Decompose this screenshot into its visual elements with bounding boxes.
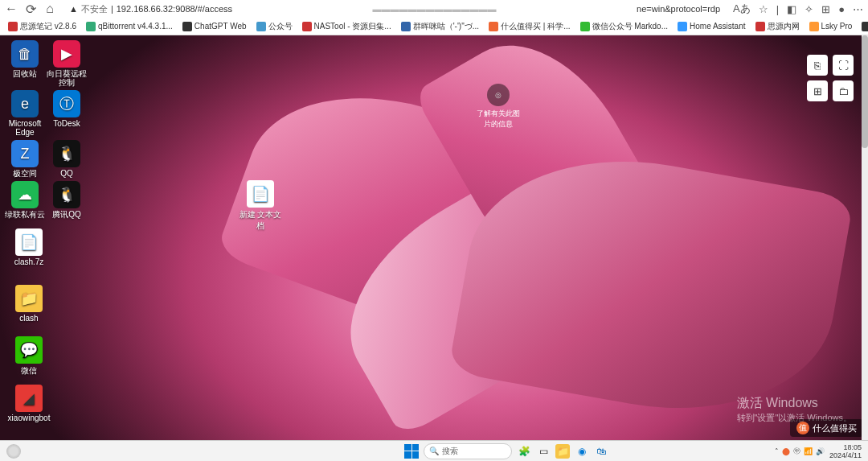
- ctrl-grid-icon[interactable]: ⊞: [807, 80, 828, 101]
- bookmark-item[interactable]: 微信公众号 Markdo...: [577, 21, 671, 32]
- start-button[interactable]: [404, 444, 419, 459]
- profile-icon[interactable]: ●: [838, 3, 845, 15]
- wallpaper-info-widget[interactable]: ◎ 了解有关此图 片的信息: [466, 84, 530, 130]
- url-suffix: ne=win&protocol=rdp: [637, 4, 720, 14]
- desktop-icon[interactable]: 🐧腾讯QQ: [47, 181, 87, 219]
- desktop-icon[interactable]: 💬微信: [5, 336, 53, 377]
- ctrl-fullscreen-icon[interactable]: ⛶: [833, 55, 854, 76]
- favicon-icon: [182, 22, 192, 31]
- bookmark-item[interactable]: 公众号: [253, 21, 296, 32]
- bookmark-item[interactable]: Home Assistant: [674, 22, 748, 31]
- desktop-icon[interactable]: 📁clash: [5, 285, 53, 323]
- file-icon: 📄: [247, 180, 274, 208]
- file-icon: ◢: [15, 385, 43, 412]
- desktop-icon[interactable]: 🐧QQ: [47, 140, 87, 178]
- favicon-icon: [580, 22, 590, 31]
- volume-icon[interactable]: 🔊: [816, 447, 825, 455]
- favicon-icon: [8, 22, 18, 31]
- favicon-icon: [302, 22, 312, 31]
- menu-icon[interactable]: ⋯: [853, 3, 863, 15]
- smzdm-icon: 值: [796, 422, 809, 434]
- favicon-icon: [809, 22, 819, 31]
- weather-widget[interactable]: [6, 444, 21, 459]
- input-icon[interactable]: ㊥: [793, 446, 800, 456]
- url-text: 192.168.66.32:9088/#/access: [117, 4, 232, 14]
- windows-taskbar: 🔍 搜索 🧩 ▭ 📁 ◉ 🛍 ˄ ⬤ ㊥ 📶 🔊 18:05 2024/4/11: [0, 440, 868, 461]
- favicon-icon: [256, 22, 266, 31]
- home-button[interactable]: ⌂: [43, 2, 56, 15]
- camera-icon: ◎: [487, 84, 510, 106]
- edge-icon[interactable]: ◉: [575, 444, 589, 459]
- app-icon: e: [11, 90, 39, 117]
- app-icon: ▶: [53, 40, 80, 68]
- lock-warn-icon: ▲: [69, 4, 78, 14]
- file-icon: 💬: [15, 336, 43, 364]
- scrollbar-thumb[interactable]: [862, 35, 868, 148]
- file-icon: 📄: [15, 228, 43, 256]
- app-icon: Ⓣ: [53, 90, 80, 117]
- bookmark-item[interactable]: 群晖咪咕（'-')"づ...: [398, 21, 482, 32]
- remote-desktop-view[interactable]: 🗑回收站▶向日葵远程控制eMicrosoft EdgeⓉToDeskZ极空间🐧Q…: [0, 35, 868, 440]
- bookmark-item[interactable]: code-server: [858, 22, 868, 31]
- bookmark-item[interactable]: NASTool - 资源归集...: [299, 21, 395, 32]
- app-icon: 🐧: [53, 181, 80, 208]
- extensions-icon[interactable]: ⊞: [821, 3, 830, 15]
- bookmark-item[interactable]: Lsky Pro: [806, 22, 856, 31]
- desktop-icon[interactable]: 📄clash.7z: [5, 228, 53, 266]
- app-icon: 🐧: [53, 140, 80, 167]
- sidebar-icon[interactable]: ◧: [787, 3, 796, 15]
- scrollbar[interactable]: [862, 35, 868, 440]
- favicon-icon: [678, 22, 687, 31]
- favorite-icon[interactable]: ☆: [759, 3, 768, 15]
- smzdm-watermark: 值 什么值得买: [790, 419, 863, 437]
- app-icon: ☁: [11, 181, 39, 208]
- app-icon: Z: [11, 140, 39, 167]
- favicon-icon: [862, 22, 868, 31]
- bookmark-item[interactable]: 思源笔记 v2.8.6: [5, 21, 80, 32]
- bookmark-item[interactable]: ChatGPT Web: [179, 22, 250, 31]
- chevron-up-icon[interactable]: ˄: [775, 447, 779, 455]
- wifi-icon[interactable]: 📶: [804, 447, 813, 455]
- task-view-icon[interactable]: ▭: [536, 444, 551, 459]
- ctrl-folder-icon[interactable]: 🗀: [833, 80, 854, 101]
- desktop-icon[interactable]: 📄新建 文本文档: [236, 180, 285, 232]
- desktop-icon[interactable]: ☁绿联私有云: [5, 181, 45, 219]
- desktop-icon[interactable]: ⓉToDesk: [47, 90, 87, 137]
- app-icon: 🗑: [11, 40, 39, 68]
- favicon-icon: [755, 22, 765, 31]
- refresh-button[interactable]: ⟳: [24, 2, 37, 15]
- taskbar-search[interactable]: 🔍 搜索: [424, 443, 512, 459]
- search-icon: 🔍: [429, 447, 439, 455]
- bookmarks-bar: 思源笔记 v2.8.6qBittorrent v4.4.3.1...ChatGP…: [0, 18, 868, 35]
- collections-icon[interactable]: ✧: [805, 3, 813, 15]
- favicon-icon: [401, 22, 411, 31]
- desktop-icon[interactable]: ▶向日葵远程控制: [47, 40, 87, 87]
- divider: |: [776, 3, 779, 15]
- back-button[interactable]: ←: [5, 2, 18, 15]
- tray-icon[interactable]: ⬤: [782, 447, 790, 455]
- bookmark-item[interactable]: 思源内网: [752, 21, 803, 32]
- ctrl-clipboard-icon[interactable]: ⎘: [807, 55, 828, 76]
- desktop-icon[interactable]: Z极空间: [5, 140, 45, 178]
- translate-icon[interactable]: Aあ: [733, 2, 751, 16]
- file-icon: 📁: [15, 285, 43, 312]
- store-icon[interactable]: 🛍: [594, 444, 608, 459]
- favicon-icon: [489, 22, 498, 31]
- file-explorer-icon[interactable]: 📁: [555, 444, 570, 459]
- security-label: 不安全: [81, 3, 108, 15]
- rdp-control-panel: ⎘ ⛶ ⊞ 🗀: [807, 55, 854, 101]
- system-tray[interactable]: ˄ ⬤ ㊥ 📶 🔊: [775, 446, 825, 456]
- taskbar-clock[interactable]: 18:05 2024/4/11: [829, 443, 862, 459]
- bookmark-item[interactable]: 什么值得买 | 科学...: [485, 21, 574, 32]
- tb-app-1[interactable]: 🧩: [517, 444, 531, 459]
- desktop-icon[interactable]: eMicrosoft Edge: [5, 90, 45, 137]
- url-bar[interactable]: ▲ 不安全 | 192.168.66.32:9088/#/access ▬▬▬▬…: [63, 2, 727, 16]
- bookmark-item[interactable]: qBittorrent v4.4.3.1...: [83, 22, 176, 31]
- favicon-icon: [86, 22, 96, 31]
- desktop-icon[interactable]: 🗑回收站: [5, 40, 45, 87]
- desktop-icon[interactable]: ◢xiaowingbot: [5, 385, 53, 422]
